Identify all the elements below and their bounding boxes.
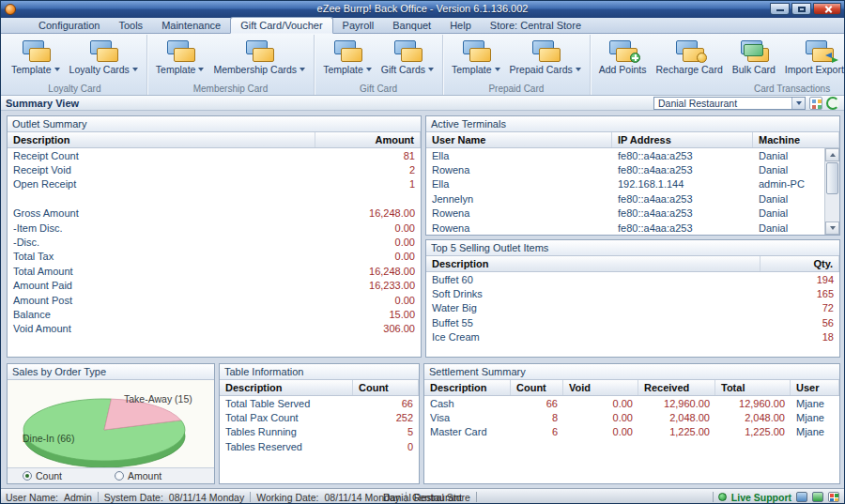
plus-badge-icon [630, 53, 640, 63]
dropdown-arrow-icon [576, 68, 581, 71]
column-header-received[interactable]: Received [638, 380, 715, 395]
tab-tools[interactable]: Tools [109, 18, 152, 33]
dropdown-arrow-icon [495, 68, 500, 71]
group-caption-prepaid-card: Prepaid Card [443, 84, 590, 94]
tab-banquet[interactable]: Banquet [383, 18, 440, 33]
table-row: Tables Running5 [220, 425, 419, 439]
outlet-selector-dropdown-button[interactable] [791, 98, 805, 109]
table-row: Buffet 60194 [426, 272, 839, 286]
table-row: Amount Post0.00 [8, 293, 421, 307]
prepaid-template-button[interactable]: Template [447, 37, 505, 83]
column-header-total[interactable]: Total [715, 380, 791, 395]
radio-amount[interactable]: Amount [115, 470, 161, 481]
add-points-button[interactable]: Add Points [594, 37, 652, 83]
grid-header: Description Amount [8, 132, 421, 148]
live-support-link[interactable]: Live Support [731, 492, 791, 503]
column-header-count[interactable]: Count [353, 380, 419, 395]
recharge-card-icon [675, 39, 703, 61]
current-outlet: Danial Restaurant [383, 492, 462, 503]
radio-count[interactable]: Count [23, 470, 62, 481]
table-row: Cash 66 0.00 12,960.00 12,960.00 Mjane [424, 396, 839, 410]
loyalty-cards-button[interactable]: Loyalty Cards [65, 37, 143, 83]
gift-cards-button[interactable]: Gift Cards [376, 37, 438, 83]
tab-help[interactable]: Help [440, 18, 481, 33]
monitor-icon[interactable] [796, 492, 807, 502]
scrollbar-thumb[interactable] [826, 162, 838, 194]
table-row: Jennelynfe80::a4aa:a253Danial [426, 191, 839, 206]
column-header-void[interactable]: Void [563, 380, 638, 395]
grid-header: Description Qty. [426, 256, 839, 272]
tab-configuration[interactable]: Configuration [29, 18, 109, 33]
ribbon-group-membership-card: Template Membership Cards Membership Car… [147, 35, 315, 95]
column-header-user[interactable]: User [791, 380, 839, 395]
panel-title: Settlement Summary [424, 364, 839, 380]
membership-template-button[interactable]: Template [151, 37, 209, 83]
table-row: Total Amount16,248.00 [8, 264, 421, 278]
separator [713, 492, 714, 502]
column-header-ip-address[interactable]: IP Address [612, 132, 753, 147]
outlet-selector[interactable]: Danial Restaurant [653, 97, 806, 110]
column-header-description[interactable]: Description [220, 380, 353, 395]
apps-grid-icon[interactable] [828, 492, 839, 502]
column-header-machine[interactable]: Machine [753, 132, 839, 147]
table-row: Ellafe80::a4aa:a253Danial [426, 148, 839, 162]
button-label: Recharge Card [656, 64, 723, 75]
pie-label-dine-in: Dine-In (66) [23, 433, 74, 444]
prepaid-cards-button[interactable]: Prepaid Cards [505, 37, 586, 83]
maximize-button[interactable] [791, 3, 811, 15]
dashboard-layout-icon[interactable] [809, 97, 822, 110]
tab-payroll[interactable]: Payroll [333, 18, 384, 33]
table-row: Total Pax Count252 [220, 410, 419, 424]
membership-cards-button[interactable]: Membership Cards [208, 37, 310, 83]
dropdown-arrow-icon [366, 68, 372, 71]
separator [250, 492, 251, 502]
minimize-icon [776, 9, 784, 11]
table-row: Soft Drinks165 [426, 286, 839, 300]
close-button[interactable] [813, 3, 841, 15]
column-header-description[interactable]: Description [426, 256, 760, 271]
dropdown-arrow-icon [54, 68, 60, 71]
table-row: Amount Paid16,233.00 [8, 279, 421, 293]
button-label: Prepaid Cards [510, 64, 573, 75]
column-header-description[interactable]: Description [8, 132, 315, 147]
tab-maintenance[interactable]: Maintenance [152, 18, 230, 33]
store-indicator[interactable]: Store: Central Store [481, 18, 591, 33]
network-icon[interactable] [812, 492, 823, 502]
cards-icon [22, 39, 50, 61]
cards-icon [462, 39, 490, 61]
scroll-up-button[interactable] [825, 148, 839, 161]
column-header-amount[interactable]: Amount [315, 132, 421, 147]
table-row: -Item Disc.0.00 [8, 221, 421, 235]
column-header-description[interactable]: Description [424, 380, 511, 395]
pie-label-take-away: Take-Away (15) [124, 393, 192, 405]
recharge-card-button[interactable]: Recharge Card [652, 37, 728, 83]
status-bar: User Name: Admin System Date: 08/11/14 M… [1, 488, 844, 504]
table-row: Tables Reserved0 [220, 439, 419, 453]
table-row: Open Receipt1 [8, 177, 421, 191]
button-label: Loyalty Cards [69, 64, 130, 75]
sales-by-order-type-panel: Sales by Order Type Take-Away (15) Dine-… [7, 363, 215, 484]
column-header-count[interactable]: Count [511, 380, 563, 395]
table-row: Total Table Served66 [220, 396, 419, 410]
loyalty-template-button[interactable]: Template [7, 37, 65, 83]
table-row: Gross Amount16,248.00 [8, 206, 421, 221]
refresh-icon[interactable] [826, 97, 839, 110]
bulk-card-button[interactable]: Bulk Card [728, 37, 780, 83]
grid-header: Description Count [220, 380, 419, 396]
giftcard-template-button[interactable]: Template [318, 37, 376, 83]
minimize-button[interactable] [770, 3, 790, 15]
table-row: Water Big72 [426, 301, 839, 315]
column-header-qty[interactable]: Qty. [760, 256, 839, 271]
cards-icon [531, 39, 560, 61]
chart-mode-radios: Count Amount [8, 467, 214, 483]
scroll-down-button[interactable] [825, 221, 839, 235]
application-window: eZee Burrp! Back Office - Version 6.1.13… [0, 0, 845, 504]
tab-gift-card-voucher[interactable]: Gift Card/Voucher [230, 17, 332, 34]
page-title: Summary View [6, 98, 79, 109]
import-export-button[interactable]: Import Export [780, 37, 845, 83]
maximize-icon [798, 7, 806, 12]
terminals-scrollbar[interactable] [824, 148, 839, 235]
column-header-user-name[interactable]: User Name [426, 132, 612, 147]
cards-icon [393, 39, 422, 61]
live-support-icon [718, 493, 727, 501]
